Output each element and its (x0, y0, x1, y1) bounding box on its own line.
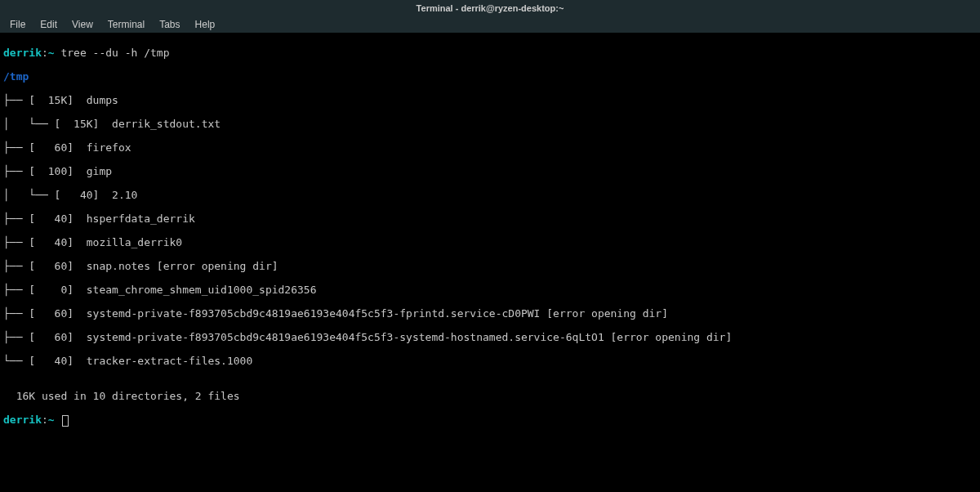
tree-row: │ └── [ 15K] derrik_stdout.txt (3, 119, 977, 131)
tree-row: ├── [ 60] snap.notes [error opening dir] (3, 261, 977, 273)
menu-view[interactable]: View (65, 17, 100, 32)
window-titlebar: Terminal - derrik@ryzen-desktop:~ (0, 0, 980, 16)
tree-row: ├── [ 60] systemd-private-f893705cbd9c48… (3, 308, 977, 320)
menu-tabs[interactable]: Tabs (153, 17, 186, 32)
terminal-content[interactable]: derrik:~ tree --du -h /tmp /tmp ├── [ 15… (0, 33, 980, 441)
menu-edit[interactable]: Edit (33, 17, 64, 32)
prompt-user: derrik (3, 47, 42, 59)
cursor-icon (62, 415, 69, 427)
tree-row: ├── [ 40] mozilla_derrik0 (3, 237, 977, 249)
prompt-line-2: derrik:~ (3, 414, 977, 427)
menu-help[interactable]: Help (189, 17, 222, 32)
tree-root: /tmp (3, 71, 977, 83)
menu-file[interactable]: File (3, 17, 32, 32)
tree-row: ├── [ 40] hsperfdata_derrik (3, 213, 977, 226)
tree-row: │ └── [ 40] 2.10 (3, 190, 977, 202)
tree-row: ├── [ 60] firefox (3, 142, 977, 154)
menubar: File Edit View Terminal Tabs Help (0, 16, 980, 33)
prompt2-sep: : (42, 414, 48, 426)
tree-row: ├── [ 15K] dumps (3, 95, 977, 107)
menu-terminal[interactable]: Terminal (101, 17, 151, 32)
prompt2-tilde: ~ (48, 414, 55, 426)
summary-line: 16K used in 10 directories, 2 files (3, 391, 977, 403)
tree-row: └── [ 40] tracker-extract-files.1000 (3, 356, 977, 368)
tree-row: ├── [ 60] systemd-private-f893705cbd9c48… (3, 332, 977, 344)
prompt2-user: derrik (3, 414, 42, 426)
tree-row: ├── [ 0] steam_chrome_shmem_uid1000_spid… (3, 284, 977, 297)
prompt-line: derrik:~ tree --du -h /tmp (3, 47, 977, 60)
tree-row: ├── [ 100] gimp (3, 166, 977, 178)
prompt-cmd: tree --du -h /tmp (55, 47, 170, 59)
prompt-sep: : (42, 47, 48, 59)
window-title: Terminal - derrik@ryzen-desktop:~ (416, 3, 564, 13)
prompt-tilde: ~ (48, 47, 55, 59)
